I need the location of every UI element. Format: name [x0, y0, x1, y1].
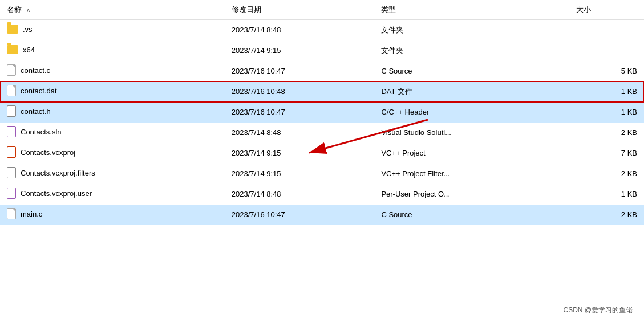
file-type-cell: Visual Studio Soluti...	[374, 123, 569, 143]
file-name-label: contact.dat	[21, 87, 57, 95]
file-name-cell: main.c	[0, 205, 225, 225]
file-size-cell: 7 KB	[569, 143, 644, 164]
file-name-label: Contacts.vcxproj.user	[21, 189, 92, 198]
file-name-cell: Contacts.vcxproj.filters	[0, 164, 225, 184]
vcxproj-file-icon	[7, 146, 16, 158]
file-name-label: contact.c	[21, 66, 50, 75]
folder-icon	[7, 45, 18, 54]
col-header-size[interactable]: 大小	[569, 0, 644, 20]
file-size-cell: 1 KB	[569, 81, 644, 102]
table-row[interactable]: Contacts.vcxproj.filters2023/7/14 9:15VC…	[0, 164, 644, 184]
sln-file-icon	[7, 126, 16, 137]
table-row[interactable]: contact.c2023/7/16 10:47C Source5 KB	[0, 61, 644, 81]
file-date-cell: 2023/7/14 8:48	[225, 184, 375, 205]
filter-file-icon	[7, 167, 16, 178]
file-name-label: Contacts.sln	[21, 128, 62, 136]
file-date-cell: 2023/7/16 10:48	[225, 81, 375, 102]
file-type-cell: C/C++ Header	[374, 102, 569, 123]
file-date-cell: 2023/7/16 10:47	[225, 61, 375, 81]
file-table: 名称 ∧ 修改日期 类型 大小 .vs2023/7/14 8:48文件夹x642…	[0, 0, 644, 225]
file-size-cell	[569, 40, 644, 61]
folder-icon	[7, 25, 18, 34]
table-row[interactable]: .vs2023/7/14 8:48文件夹	[0, 20, 644, 40]
file-date-cell: 2023/7/14 9:15	[225, 40, 375, 61]
file-list: .vs2023/7/14 8:48文件夹x642023/7/14 9:15文件夹…	[0, 20, 644, 225]
file-name-cell: contact.dat	[0, 81, 225, 102]
file-size-cell: 2 KB	[569, 205, 644, 225]
file-date-cell: 2023/7/14 8:48	[225, 20, 375, 40]
file-name-cell: Contacts.sln	[0, 123, 225, 143]
c-source-icon	[7, 208, 16, 219]
file-date-cell: 2023/7/14 8:48	[225, 123, 375, 143]
file-name-cell: contact.c	[0, 61, 225, 81]
col-header-date[interactable]: 修改日期	[225, 0, 375, 20]
h-file-icon	[7, 105, 16, 117]
file-size-cell: 5 KB	[569, 61, 644, 81]
table-row[interactable]: x642023/7/14 9:15文件夹	[0, 40, 644, 61]
file-name-cell: Contacts.vcxproj	[0, 143, 225, 164]
file-type-cell: C Source	[374, 205, 569, 225]
file-size-cell	[569, 20, 644, 40]
file-name-label: main.c	[21, 210, 42, 218]
file-type-cell: DAT 文件	[374, 81, 569, 102]
file-name-label: Contacts.vcxproj	[21, 148, 75, 157]
col-header-name[interactable]: 名称 ∧	[0, 0, 225, 20]
file-explorer: 名称 ∧ 修改日期 类型 大小 .vs2023/7/14 8:48文件夹x642…	[0, 0, 644, 322]
file-type-cell: VC++ Project Filter...	[374, 164, 569, 184]
file-size-cell: 2 KB	[569, 123, 644, 143]
table-row[interactable]: Contacts.vcxproj2023/7/14 9:15VC++ Proje…	[0, 143, 644, 164]
table-row[interactable]: contact.h2023/7/16 10:47C/C++ Header1 KB	[0, 102, 644, 123]
file-type-cell: 文件夹	[374, 20, 569, 40]
table-header-row: 名称 ∧ 修改日期 类型 大小	[0, 0, 644, 20]
file-name-label: contact.h	[21, 107, 51, 116]
file-size-cell: 1 KB	[569, 102, 644, 123]
file-type-cell: C Source	[374, 61, 569, 81]
table-row[interactable]: main.c2023/7/16 10:47C Source2 KB	[0, 205, 644, 225]
sort-arrow-icon: ∧	[26, 7, 30, 13]
file-date-cell: 2023/7/14 9:15	[225, 143, 375, 164]
file-size-cell: 2 KB	[569, 164, 644, 184]
table-row[interactable]: Contacts.vcxproj.user2023/7/14 8:48Per-U…	[0, 184, 644, 205]
file-name-label: x64	[23, 46, 35, 54]
file-name-cell: x64	[0, 40, 225, 61]
file-type-cell: Per-User Project O...	[374, 184, 569, 205]
file-date-cell: 2023/7/16 10:47	[225, 102, 375, 123]
col-header-type[interactable]: 类型	[374, 0, 569, 20]
file-type-cell: 文件夹	[374, 40, 569, 61]
table-row[interactable]: contact.dat2023/7/16 10:48DAT 文件1 KB	[0, 81, 644, 102]
file-name-cell: .vs	[0, 20, 225, 40]
file-size-cell: 1 KB	[569, 184, 644, 205]
file-type-cell: VC++ Project	[374, 143, 569, 164]
file-name-label: .vs	[23, 25, 33, 34]
dat-file-icon	[7, 85, 16, 96]
file-date-cell: 2023/7/14 9:15	[225, 164, 375, 184]
table-row[interactable]: Contacts.sln2023/7/14 8:48Visual Studio …	[0, 123, 644, 143]
file-name-label: Contacts.vcxproj.filters	[21, 169, 95, 177]
file-name-cell: contact.h	[0, 102, 225, 123]
file-date-cell: 2023/7/16 10:47	[225, 205, 375, 225]
c-source-icon	[7, 64, 16, 76]
watermark-text: CSDN @爱学习的鱼佬	[563, 305, 633, 315]
user-file-icon	[7, 188, 16, 199]
file-name-cell: Contacts.vcxproj.user	[0, 184, 225, 205]
